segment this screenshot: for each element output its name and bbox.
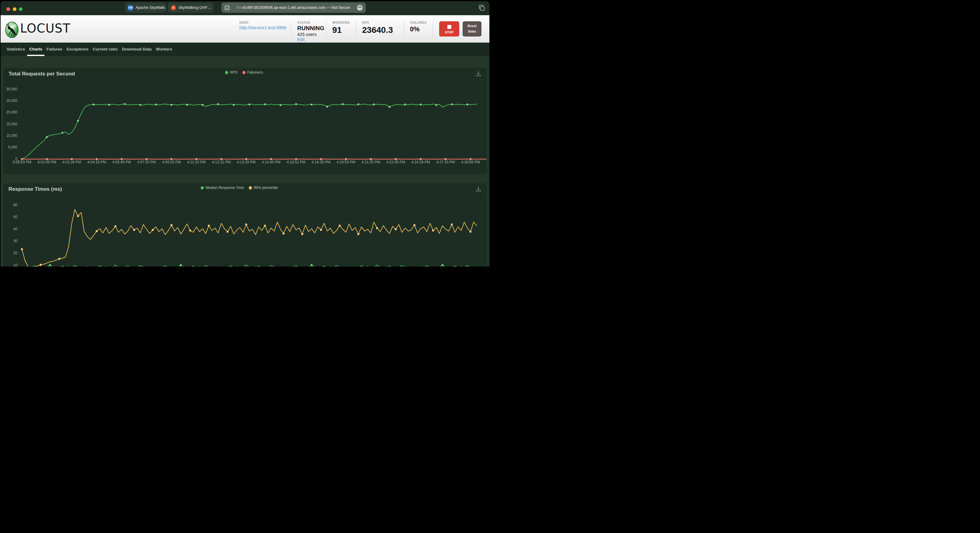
skywalking-ui-favicon: SW <box>128 5 133 10</box>
host-label: HOST <box>239 21 286 24</box>
rps-block: RPS 23640.3 <box>362 21 393 34</box>
rps-chart-plot: 05,00010,00015,00020,00025,00030,0003:59… <box>3 68 487 174</box>
stop-icon <box>447 25 451 29</box>
tab-more-icon[interactable]: ••• <box>357 5 363 11</box>
browser-window: SW Apache SkyWalki… S SkyWalking OAP… ✕ … <box>1 1 489 266</box>
stop-button[interactable]: STOP <box>439 21 459 36</box>
divider <box>356 21 356 37</box>
close-window-button[interactable] <box>6 7 10 11</box>
status-block: STATUS RUNNING 425 users Edit <box>297 21 325 42</box>
status-value: RUNNING <box>297 25 325 32</box>
workers-block: WORKERS 91 <box>332 21 350 34</box>
reset-stats-line2: Stats <box>468 30 476 33</box>
response-times-chart-panel: Response Times (ms) Median Response Time… <box>3 183 487 266</box>
address-url-dim: 40a <box>236 5 243 10</box>
reset-stats-button[interactable]: Reset Stats <box>463 21 482 36</box>
edit-link[interactable]: Edit <box>297 37 304 42</box>
tab-overview-icon[interactable] <box>479 5 485 11</box>
zoom-window-button[interactable] <box>19 7 22 11</box>
status-label: STATUS <box>297 21 325 24</box>
nav-tab-statistics[interactable]: Statistics <box>5 43 27 56</box>
divider <box>291 21 291 37</box>
rps-value: 23640.3 <box>362 26 393 34</box>
workers-label: WORKERS <box>332 21 350 24</box>
failures-label: FAILURES <box>410 21 426 24</box>
failures-value: 0% <box>410 26 426 33</box>
status-users: 425 users <box>297 32 325 37</box>
reset-stats-line1: Reset <box>468 24 477 28</box>
nav-tab-failures[interactable]: Failures <box>45 43 65 56</box>
close-tab-icon[interactable]: ✕ <box>224 5 230 10</box>
nav-tab-download-data[interactable]: Download Data <box>120 43 154 56</box>
nav-tab-workers[interactable]: Workers <box>154 43 175 56</box>
main-nav: StatisticsChartsFailuresExceptionsCurren… <box>1 43 489 56</box>
response-times-chart-plot: 102030405060 <box>3 183 487 266</box>
address-url: 40a4148f-381559556.ap-east-1.elb.amazona… <box>232 5 355 10</box>
locust-logo-icon <box>5 22 19 38</box>
failures-block: FAILURES 0% <box>410 21 426 33</box>
minimize-window-button[interactable] <box>13 7 16 11</box>
host-block: HOST http://service1.test:9999 <box>239 21 286 30</box>
browser-tab-1-label: Apache SkyWalki… <box>135 5 166 10</box>
browser-tab-2-label: SkyWalking OAP… <box>178 5 211 10</box>
browser-titlebar: SW Apache SkyWalki… S SkyWalking OAP… ✕ … <box>1 1 489 15</box>
nav-tab-current-ratio[interactable]: Current ratio <box>91 43 120 56</box>
brand-title: LOCUST <box>20 21 70 35</box>
locust-header: LOCUST HOST http://service1.test:9999 ST… <box>1 15 489 43</box>
address-url-main: 4148f-381559556.ap-east-1.elb.amazonaws.… <box>243 5 350 10</box>
rps-label: RPS <box>362 21 393 24</box>
main-content: Total Requests per Second RPSFailures/s … <box>1 56 489 266</box>
nav-tab-exceptions[interactable]: Exceptions <box>65 43 91 56</box>
browser-tab-1[interactable]: SW Apache SkyWalki… <box>125 2 166 13</box>
workers-value: 91 <box>332 26 350 34</box>
stop-button-label: STOP <box>445 30 453 34</box>
nav-tab-charts[interactable]: Charts <box>27 43 45 56</box>
browser-tab-active[interactable]: ✕ 40a4148f-381559556.ap-east-1.elb.amazo… <box>221 2 366 13</box>
total-requests-per-second-canvas <box>3 68 487 174</box>
skywalking-oap-favicon: S <box>171 5 176 10</box>
host-link[interactable]: http://service1.test:9999 <box>239 25 286 30</box>
response-times-ms--canvas <box>3 183 487 266</box>
browser-tab-2[interactable]: S SkyWalking OAP… <box>168 2 213 13</box>
rps-chart-panel: Total Requests per Second RPSFailures/s … <box>3 68 487 174</box>
